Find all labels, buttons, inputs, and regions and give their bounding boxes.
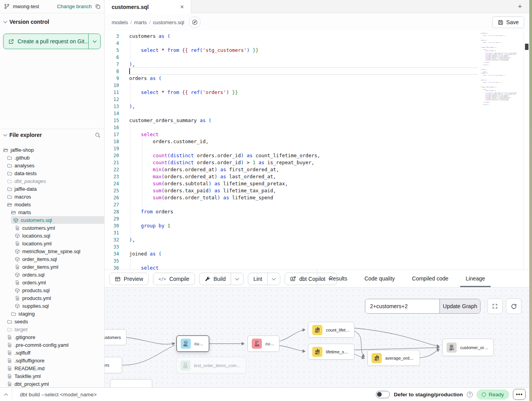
file-row--gitignore[interactable]: .gitignore [0,333,105,341]
pr-dropdown-caret[interactable] [89,34,100,49]
code-line-6[interactable]: 6 [105,54,529,61]
code-line-8[interactable]: 8 [105,68,529,75]
file-row-customers-yml[interactable]: customers.yml [0,224,105,232]
file-row-readme-md[interactable]: README.md [0,364,105,372]
file-row-dbt-project-yml[interactable]: dbt_project.yml [0,380,105,387]
file-row-orders-yml[interactable]: orders.yml [0,279,105,286]
code-line-35[interactable]: 35 [105,257,529,264]
code-line-23[interactable]: 23 max(orders.ordered_at) as last_ordere… [105,173,529,180]
lineage-node-partial-bottom[interactable] [110,379,152,387]
file-row-jaffle-shop[interactable]: jaffle-shop [0,146,105,154]
file-row-products-sql[interactable]: products.sql [0,286,105,294]
file-row-data-tests[interactable]: data-tests [0,169,105,177]
file-row-order-items-sql[interactable]: order_items.sql [0,255,105,263]
new-tab-button[interactable]: + [515,2,525,12]
lineage-node-test-order-items[interactable]: TSTtest_order_items_compute_to_bools... [176,357,246,374]
lineage-node-orders[interactable]: orders [105,357,122,373]
code-line-28[interactable]: 28 from orders [105,208,529,215]
breadcrumb-item[interactable]: customers.sql [153,20,184,25]
file-row-customers-sql[interactable]: customers.sql [11,216,105,224]
build-button[interactable]: Build [199,273,231,285]
code-line-26[interactable]: 26 sum(orders.order_total) as lifetime_s… [105,194,529,201]
save-button[interactable]: Save [492,16,524,28]
refresh-button[interactable] [506,298,521,314]
collapse-panel-button[interactable] [0,392,12,397]
search-icon[interactable] [95,132,101,138]
update-graph-button[interactable]: Update Graph [439,299,480,313]
model-selector-input[interactable] [365,299,439,313]
command-input[interactable]: dbt build --select <model_name> [20,392,97,397]
code-line-16[interactable]: 16 [105,124,529,131]
panel-tab-code-quality[interactable]: Code quality [365,270,395,287]
code-line-10[interactable]: 10 [105,82,529,89]
code-line-4[interactable]: 4 [105,40,529,47]
defer-toggle[interactable] [376,391,390,398]
lineage-node-average_order_value[interactable]: METaverage_order_value [367,350,420,366]
code-line-19[interactable]: 19 [105,145,529,152]
file-row-locations-yml[interactable]: locations.yml [0,240,105,247]
file-row-target[interactable]: target [0,325,105,333]
code-line-34[interactable]: 34joined as ( [105,250,529,257]
lineage-node-count_lifetime_orders[interactable]: METcount_lifetime_orders [308,322,354,338]
file-row-supplies-sql[interactable]: supplies.sql [0,302,105,310]
code-line-3[interactable]: 3customers as ( [105,33,529,40]
panel-tab-lineage[interactable]: Lineage [466,270,485,287]
code-line-12[interactable]: 12 [105,96,529,103]
change-branch-link[interactable]: Change branch [57,4,92,9]
file-row-dbt-packages[interactable]: dbt_packages [0,177,105,185]
file-row-models[interactable]: models [0,200,105,208]
create-pr-button[interactable]: Create a pull request on Git... [3,34,101,49]
help-icon[interactable]: ? [467,392,473,397]
file-row-metricflow-time-spine-sql[interactable]: metricflow_time_spine.sql [0,247,105,255]
more-options-button[interactable]: ••• [513,389,526,400]
code-line-11[interactable]: 11 select * from {{ ref('orders') }} [105,89,529,96]
file-row--github[interactable]: .github [0,154,105,161]
code-line-27[interactable]: 27 [105,201,529,208]
lineage-node-customer_order_metrics[interactable]: QRYcustomer_order_metrics [442,339,494,356]
code-line-36[interactable]: 36 select [105,264,529,270]
code-line-22[interactable]: 22 min(orders.ordered_at) as first_order… [105,166,529,173]
build-dropdown-caret[interactable] [231,273,243,285]
close-icon[interactable]: × [179,3,185,11]
version-control-header[interactable]: Version control [0,13,104,28]
code-line-21[interactable]: 21 count(distinct orders.order_id) > 1 a… [105,159,529,166]
code-line-17[interactable]: 17 select [105,131,529,138]
code-line-7[interactable]: 7), [105,61,529,68]
code-line-18[interactable]: 18 orders.customer_id, [105,138,529,145]
file-row--sqlfluff[interactable]: .sqlfluff [0,349,105,357]
code-line-9[interactable]: 9orders as ( [105,75,529,82]
file-row-locations-sql[interactable]: locations.sql [0,232,105,240]
breadcrumb-item[interactable]: marts [134,20,147,25]
copy-icon[interactable] [95,4,101,9]
code-line-14[interactable]: 14 [105,110,529,117]
file-row-analyses[interactable]: analyses [0,161,105,169]
lint-dropdown-caret[interactable] [268,273,280,285]
lineage-node-customers-semantic[interactable]: SEMcustomers [247,335,279,352]
code-line-31[interactable]: 31 [105,229,529,236]
fullscreen-button[interactable] [487,298,503,314]
code-editor[interactable]: customers as ( select * from {{ ref('stg… [105,31,529,270]
code-line-15[interactable]: 15customer_orders_summary as ( [105,117,529,124]
file-row-orders-sql[interactable]: orders.sql [0,271,105,279]
file-row--pre-commit-config-yaml[interactable]: .pre-commit-config.yaml [0,341,105,349]
code-line-20[interactable]: 20 count(distinct orders.order_id) as co… [105,152,529,159]
lint-button[interactable]: Lint [248,273,268,285]
preview-button[interactable]: Preview [109,273,149,285]
file-row-order-items-yml[interactable]: order_items.yml [0,263,105,271]
file-row-jaffle-data[interactable]: jaffle-data [0,185,105,193]
compile-button[interactable]: </> Compile [153,273,195,285]
file-row-macros[interactable]: macros [0,193,105,200]
lineage-node-customers-model[interactable]: MDLcustomers [176,335,209,352]
code-line-24[interactable]: 24 sum(orders.subtotal) as lifetime_spen… [105,180,529,187]
code-line-25[interactable]: 25 sum(orders.tax_paid) as lifetime_tax_… [105,187,529,194]
code-line-5[interactable]: 5 select * from {{ ref('stg_customers') … [105,47,529,54]
breadcrumb-item[interactable]: models [112,20,128,25]
tab-customers-sql[interactable]: customers.sql × [105,0,191,14]
file-row-staging[interactable]: staging [0,310,105,318]
file-row-taskfile-yml[interactable]: Taskfile.yml [0,372,105,380]
code-line-13[interactable]: 13), [105,103,529,110]
file-explorer-header[interactable]: File explorer [0,130,105,140]
file-row-marts[interactable]: marts [0,208,105,216]
file-row-products-yml[interactable]: products.yml [0,294,105,302]
lineage-node-stg_customers[interactable]: stg_customers [105,329,126,345]
